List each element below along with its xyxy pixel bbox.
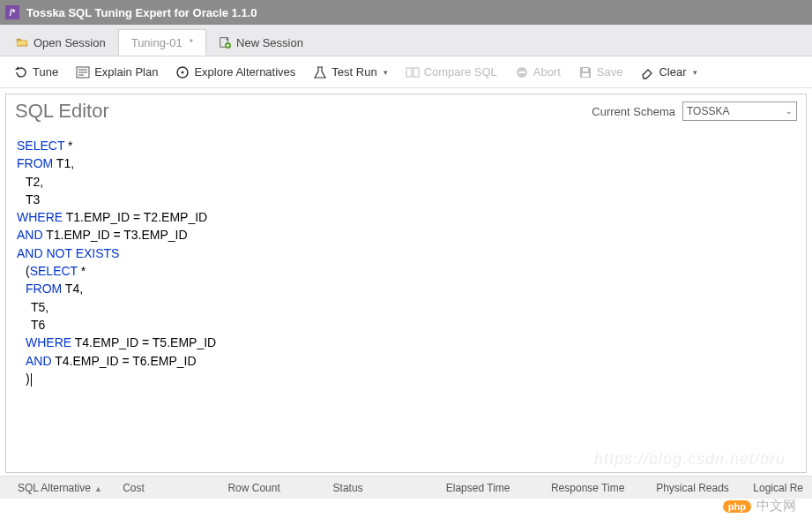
window-title-bar: /* Tosska SQL Tuning Expert for Oracle 1… <box>0 0 812 25</box>
tune-button[interactable]: Tune <box>7 62 65 83</box>
flask-icon <box>313 65 327 79</box>
window-title: Tosska SQL Tuning Expert for Oracle 1.1.… <box>26 6 257 19</box>
schema-select[interactable]: TOSSKA ⌄ <box>682 101 797 121</box>
button-label: Compare SQL <box>424 65 497 79</box>
action-toolbar: Tune Explain Plan Explore Alternatives T… <box>0 56 812 88</box>
col-response-time[interactable]: Response Time <box>542 482 647 494</box>
svg-rect-10 <box>583 68 588 71</box>
button-label: Test Run <box>332 65 376 79</box>
explore-alternatives-button[interactable]: Explore Alternatives <box>168 62 302 83</box>
sql-editor-panel: SQL Editor Current Schema TOSSKA ⌄ SELEC… <box>5 94 807 473</box>
sql-text-area[interactable]: SELECT * FROM T1, T2, T3 WHERE T1.EMP_ID… <box>6 128 806 472</box>
chevron-down-icon: ▾ <box>693 68 697 77</box>
svg-rect-9 <box>582 73 589 77</box>
schema-value: TOSSKA <box>687 105 729 117</box>
button-label: Tune <box>33 65 58 79</box>
chevron-down-icon: ⌄ <box>786 107 793 116</box>
compare-icon <box>406 65 420 79</box>
list-icon <box>76 65 90 79</box>
chevron-down-icon: ▾ <box>384 68 388 77</box>
editor-title: SQL Editor <box>15 100 109 123</box>
schema-label: Current Schema <box>592 105 675 118</box>
col-cost[interactable]: Cost <box>114 482 219 494</box>
col-logical-reads[interactable]: Logical Re <box>744 482 812 494</box>
save-icon <box>578 65 592 79</box>
test-run-button[interactable]: Test Run ▾ <box>306 62 394 83</box>
compare-sql-button[interactable]: Compare SQL <box>399 62 504 83</box>
button-label: Abort <box>533 65 561 79</box>
button-label: Clear <box>659 65 686 79</box>
schema-group: Current Schema TOSSKA ⌄ <box>592 101 797 121</box>
php-badge: php <box>723 500 751 513</box>
button-label: Explain Plan <box>94 65 158 79</box>
svg-rect-6 <box>413 68 419 77</box>
tab-label: Tuning-01 <box>131 36 183 49</box>
save-button[interactable]: Save <box>571 62 630 83</box>
button-label: Save <box>597 65 623 79</box>
button-label: Explore Alternatives <box>194 65 295 79</box>
tab-new-session[interactable]: New Session <box>206 29 316 56</box>
refresh-icon <box>14 65 28 79</box>
col-sql-alternative[interactable]: SQL Alternative▲ <box>9 482 114 494</box>
eraser-icon <box>640 65 654 79</box>
stop-icon <box>515 65 529 79</box>
col-elapsed-time[interactable]: Elapsed Time <box>437 482 542 494</box>
tab-label: New Session <box>236 36 303 49</box>
svg-rect-5 <box>406 68 412 77</box>
watermark-logo: php 中文网 <box>723 498 796 514</box>
svg-point-4 <box>182 71 184 73</box>
tab-tuning-01[interactable]: Tuning-01 * <box>118 29 206 56</box>
modified-indicator: * <box>190 37 193 48</box>
col-row-count[interactable]: Row Count <box>219 482 324 494</box>
explain-plan-button[interactable]: Explain Plan <box>69 62 165 83</box>
tab-open-session[interactable]: Open Session <box>4 29 118 56</box>
clear-button[interactable]: Clear ▾ <box>633 62 704 83</box>
app-icon: /* <box>5 5 19 19</box>
text-cursor <box>31 373 32 387</box>
session-tabs: Open Session Tuning-01 * New Session <box>0 25 812 56</box>
sort-asc-icon: ▲ <box>94 484 102 493</box>
watermark-text: 中文网 <box>756 498 796 514</box>
target-icon <box>175 65 190 79</box>
svg-rect-8 <box>518 71 525 73</box>
abort-button[interactable]: Abort <box>508 62 568 83</box>
tab-label: Open Session <box>34 36 106 49</box>
results-grid-header: SQL Alternative▲ Cost Row Count Status E… <box>0 476 812 499</box>
editor-header: SQL Editor Current Schema TOSSKA ⌄ <box>6 94 806 128</box>
new-session-icon <box>219 36 231 49</box>
folder-open-icon <box>16 36 28 49</box>
col-physical-reads[interactable]: Physical Reads <box>647 482 744 494</box>
col-status[interactable]: Status <box>324 482 437 494</box>
